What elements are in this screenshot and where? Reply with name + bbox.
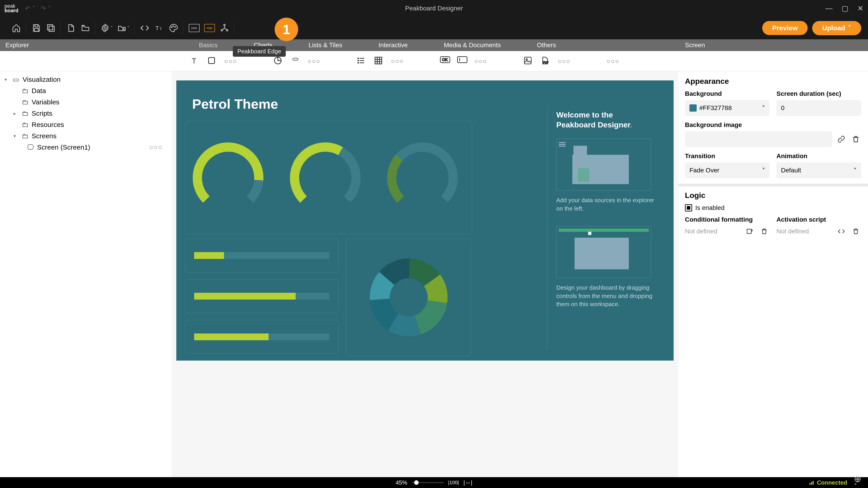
save-icon[interactable] — [31, 23, 41, 33]
activation-label: Activation script — [776, 216, 861, 223]
svg-rect-24 — [375, 57, 382, 64]
pill-icon[interactable] — [290, 56, 301, 66]
properties-panel: Appearance Background #FF327788˅ Screen … — [678, 71, 868, 477]
duration-input[interactable] — [776, 100, 861, 116]
fit-100-icon[interactable]: |100| — [448, 480, 459, 486]
hub-icon[interactable] — [219, 23, 229, 33]
code-icon[interactable] — [140, 23, 150, 33]
more-icon[interactable]: ○○○ — [149, 143, 167, 151]
more-icon[interactable]: ○○○ — [474, 58, 487, 65]
logic-heading: Logic — [685, 191, 861, 200]
background-input[interactable]: #FF327788˅ — [685, 100, 770, 116]
svg-point-8 — [171, 27, 172, 28]
connection-status[interactable]: Connected — [808, 479, 847, 486]
pdf-icon[interactable]: PDF — [540, 56, 551, 66]
cond-format-label: Conditional formatting — [685, 216, 770, 223]
folder-settings-icon[interactable]: ˅ — [117, 23, 129, 33]
svg-point-22 — [358, 60, 359, 61]
bg-image-label: Background image — [685, 121, 861, 129]
titlebar: peak board ↶ ˅ ↷ ˅ Peakboard Designer — … — [0, 0, 868, 17]
svg-rect-1 — [35, 29, 38, 31]
tree-root[interactable]: ▾▭Visualization — [0, 74, 172, 85]
text-size-icon[interactable]: TT — [154, 23, 164, 33]
chevron-down-icon: ˅ — [762, 167, 765, 174]
tab-lists[interactable]: Lists & Tiles — [290, 41, 360, 49]
undo-icon[interactable]: ↶ ˅ — [25, 5, 35, 12]
palette-icon[interactable] — [168, 23, 179, 33]
window-controls: — ▢ ✕ — [825, 4, 864, 13]
tree-scripts[interactable]: ▸🗀Scripts — [0, 108, 172, 119]
welcome-title: Welcome to thePeakboard Designer. — [556, 110, 655, 130]
code-icon[interactable] — [836, 226, 847, 237]
edit-icon[interactable] — [744, 226, 755, 237]
transition-label: Transition — [685, 153, 770, 160]
svg-point-4 — [104, 27, 106, 29]
grid-icon[interactable] — [374, 56, 384, 66]
tree-variables[interactable]: 🗀Variables — [0, 96, 172, 108]
signal-icon — [808, 480, 815, 486]
canvas-wrap[interactable]: Petrol Theme — [172, 71, 678, 477]
close-icon[interactable]: ✕ — [857, 4, 864, 13]
tree-resources[interactable]: 🗀Resources — [0, 119, 172, 130]
tab-interactive[interactable]: Interactive — [360, 41, 426, 49]
more-icon[interactable]: ○○○ — [391, 58, 404, 65]
donut-panel — [346, 238, 471, 356]
trash-icon[interactable] — [850, 134, 861, 144]
list-icon[interactable] — [357, 56, 367, 66]
canvas[interactable]: Petrol Theme — [176, 80, 674, 361]
tree-screens[interactable]: ▾🗀Screens — [0, 130, 172, 142]
upload-button[interactable]: Upload˅ — [812, 21, 861, 35]
statusbar: 45% |100| |↔| Connected ˅ — [0, 477, 868, 488]
ok-button-icon[interactable]: OK — [440, 56, 450, 66]
svg-rect-52 — [812, 481, 813, 485]
redo-icon[interactable]: ↷ ˅ — [41, 5, 51, 12]
more-icon[interactable]: ○○○ — [308, 58, 320, 65]
svg-rect-0 — [35, 25, 38, 27]
app-title: Peakboard Designer — [405, 5, 463, 12]
screen-header: Screen — [678, 39, 868, 51]
tab-others[interactable]: Others — [519, 41, 574, 49]
svg-point-12 — [221, 30, 223, 31]
rect-tool-icon[interactable] — [207, 56, 217, 66]
svg-rect-51 — [811, 482, 812, 485]
text-tool-icon[interactable]: T — [190, 56, 200, 66]
is-enabled-checkbox[interactable]: Is enabled — [685, 204, 861, 212]
canvas-title: Petrol Theme — [192, 96, 278, 112]
svg-rect-17 — [293, 58, 298, 60]
more-icon[interactable]: ○○○ — [558, 58, 570, 65]
settings-icon[interactable]: ˅ — [101, 23, 113, 33]
cond-format-value: Not defined — [685, 228, 741, 235]
svg-rect-50 — [809, 483, 810, 485]
link-icon[interactable] — [836, 134, 847, 144]
home-icon[interactable] — [11, 23, 21, 33]
save-all-icon[interactable] — [46, 23, 56, 33]
new-file-icon[interactable] — [66, 23, 76, 33]
animation-select[interactable]: Default˅ — [776, 162, 861, 178]
more-icon[interactable]: ○○○ — [224, 58, 237, 65]
pie-chart-icon[interactable] — [273, 56, 284, 66]
preview-button[interactable]: Preview — [762, 21, 808, 35]
zoom-slider[interactable] — [412, 482, 443, 483]
transition-select[interactable]: Fade Over˅ — [685, 162, 770, 178]
maximize-icon[interactable]: ▢ — [842, 4, 848, 13]
fit-width-icon[interactable]: |↔| — [463, 479, 472, 486]
more-icon[interactable]: ○○○ — [607, 58, 620, 65]
svg-point-34 — [526, 59, 528, 60]
peak-box-icon[interactable]: peak — [189, 24, 199, 32]
minimize-icon[interactable]: — — [825, 4, 833, 13]
tree-screen1[interactable]: 🖵Screen (Screen1)○○○ — [0, 142, 172, 153]
tab-basics[interactable]: Basics — [181, 41, 236, 49]
zoom-level: 45% — [396, 479, 407, 486]
trash-icon[interactable] — [850, 226, 861, 237]
tree-data[interactable]: 🗀Data — [0, 85, 172, 96]
tab-media[interactable]: Media & Documents — [426, 41, 519, 49]
input-icon[interactable] — [457, 56, 467, 66]
bg-image-input[interactable] — [685, 131, 832, 147]
trash-icon[interactable] — [759, 226, 770, 237]
open-file-icon[interactable] — [81, 23, 90, 33]
edge-box-icon[interactable]: edge — [204, 24, 215, 32]
globe-icon[interactable]: ˅ — [854, 476, 861, 488]
image-icon[interactable] — [523, 56, 534, 66]
step-badge-1: 1 — [275, 18, 298, 41]
svg-text:PDF: PDF — [543, 61, 548, 64]
